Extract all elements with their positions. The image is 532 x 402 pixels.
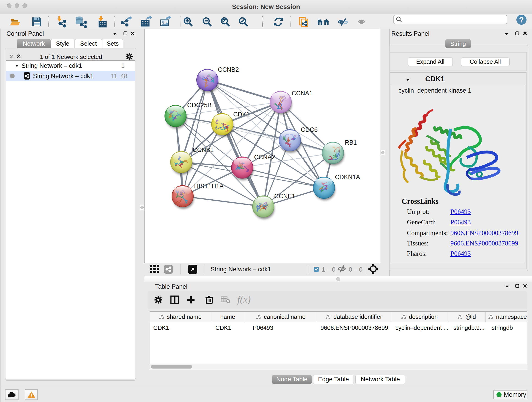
svg-text:CCNA1: CCNA1 <box>292 90 313 97</box>
svg-text:RB1: RB1 <box>345 139 357 146</box>
svg-text:CCNE1: CCNE1 <box>274 193 295 200</box>
svg-text:CDKN1A: CDKN1A <box>335 174 360 181</box>
svg-text:CCNB2: CCNB2 <box>218 66 239 73</box>
svg-text:CDC6: CDC6 <box>301 126 318 133</box>
svg-text:CDC25B: CDC25B <box>187 102 212 109</box>
svg-text:CCNA2: CCNA2 <box>254 154 275 161</box>
svg-text:CCNB1: CCNB1 <box>193 147 214 153</box>
svg-text:HIST1H1A: HIST1H1A <box>194 183 224 190</box>
svg-text:CDK1: CDK1 <box>233 111 250 118</box>
